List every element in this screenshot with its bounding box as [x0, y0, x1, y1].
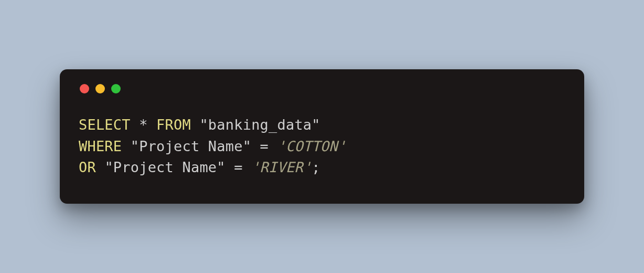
window-controls: [80, 84, 565, 93]
equals-operator: =: [226, 159, 251, 175]
code-window: SELECT * FROM "banking_data" WHERE "Proj…: [60, 69, 584, 204]
space: [122, 138, 130, 154]
column-name: "Project Name": [104, 159, 225, 175]
space: [96, 159, 104, 175]
maximize-icon[interactable]: [111, 84, 121, 93]
string-literal: 'RIVER': [251, 159, 312, 175]
keyword-from: FROM: [156, 117, 191, 133]
table-name: "banking_data": [199, 117, 320, 133]
semicolon: ;: [312, 159, 320, 175]
column-name: "Project Name": [131, 138, 251, 154]
keyword-select: SELECT: [79, 117, 131, 133]
close-icon[interactable]: [80, 84, 89, 93]
string-literal: 'COTTON': [277, 138, 347, 154]
minimize-icon[interactable]: [95, 84, 105, 93]
code-block: SELECT * FROM "banking_data" WHERE "Proj…: [79, 114, 565, 178]
equals-operator: =: [251, 138, 277, 154]
keyword-where: WHERE: [79, 138, 122, 154]
keyword-or: OR: [79, 159, 96, 175]
star-operator: *: [131, 117, 156, 133]
space: [191, 117, 199, 133]
